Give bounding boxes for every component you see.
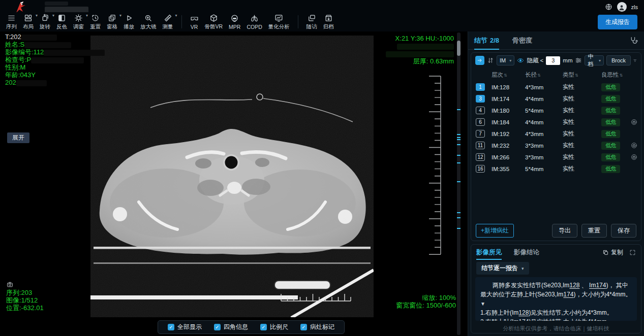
nodule-row[interactable]: 7IM:1924*3mm实性低危× [471,128,641,140]
fullscreen-icon[interactable] [629,249,636,256]
checkbox-checked-icon[interactable]: ✓ [300,324,307,330]
nodule-size: 5*4mm [525,166,563,172]
slice-scrollbar[interactable] [457,32,461,335]
patient-age: 年龄:043Y [5,71,105,79]
username[interactable]: zls [631,4,638,10]
toolbar-sequence[interactable]: 序列 [3,14,20,30]
save-button[interactable]: 保存 [611,224,636,238]
collapse-caret-icon[interactable]: ▼ [480,301,485,307]
col-type[interactable]: 类型⇅ [563,71,601,79]
nodule-index-badge: 3 [476,95,485,103]
toolbar-mpr[interactable]: MPR [226,14,243,30]
nodule-size: 3*3mm [525,143,563,149]
report-image-link[interactable]: 174 [563,291,573,298]
toolbar-vr[interactable]: VR [187,14,202,30]
export-button[interactable]: 导出 [552,224,577,238]
globe-icon[interactable] [605,3,612,11]
nodule-slice-marker[interactable] [457,181,461,182]
hide-threshold-input[interactable] [546,56,560,65]
toolbar-play[interactable]: 播放 [120,14,137,30]
nodule-layer: IM:266 [492,154,525,160]
toolbar-magnifier[interactable]: 放大镜 [137,14,160,30]
ct-image[interactable] [90,36,374,317]
report-text: 1.右肺上叶(Im [480,309,518,316]
toggle-四角信息[interactable]: ✓四角信息 [214,323,248,331]
nodule-slice-marker[interactable] [457,137,461,138]
checkbox-checked-icon[interactable]: ✓ [214,324,221,330]
camera-icon[interactable] [6,281,14,288]
toolbar-window-level[interactable]: ▾调窗 [70,14,87,30]
nodule-type: 实性 [563,130,601,138]
nodule-row[interactable]: 11IM:2323*3mm实性低危× [471,140,641,151]
generate-report-button[interactable]: 生成报告 [598,15,637,29]
nodule-slice-marker[interactable] [457,217,461,218]
add-lesion-button[interactable]: +新增病灶 [476,224,514,238]
tab-nodule[interactable]: 结节2/8 [474,31,499,50]
ct-viewport[interactable]: T:202 姓名:S 影像编号:112 检查号:P 性别:M 年龄:043Y 2… [0,31,468,336]
brock-model-button[interactable]: Brock [606,55,631,65]
vr-icon [190,14,199,23]
nodule-count: 2/8 [490,37,499,44]
eye-icon[interactable] [517,57,524,64]
nodule-slice-marker[interactable] [457,144,461,145]
nodule-row[interactable]: 3IM:1744*4mm实性低危× [471,93,641,105]
tab-bone-density[interactable]: 骨密度 [512,31,532,50]
filter-icon[interactable] [633,57,637,64]
nodule-row[interactable]: 6IM:1844*4mm实性低危× [471,116,641,128]
toggle-病灶标记[interactable]: ✓病灶标记 [300,323,334,331]
toolbar-layout[interactable]: ▾布局 [20,14,37,30]
sliders-icon[interactable] [575,57,582,64]
nodule-index-badge: 1 [476,83,485,91]
col-risk[interactable]: 良恶性⇅ [601,71,631,79]
report-text: )见实性结节,大小约为4*3mm。 [529,309,612,316]
tab-findings[interactable]: 影像所见 [476,245,502,260]
col-size[interactable]: 长径⇅ [525,71,563,79]
nodule-row[interactable]: 12IM:2663*3mm实性低危× [471,151,641,163]
report-image-link[interactable]: 128 [569,282,579,289]
toggle-比例尺[interactable]: ✓比例尺 [260,323,288,331]
toolbar-label: 调窗 [73,23,84,30]
mpr-icon [230,14,239,23]
checkbox-checked-icon[interactable]: ✓ [168,324,174,330]
col-layer[interactable]: 层次⇅ [492,71,525,79]
toolbar-label: 放大镜 [140,23,157,30]
slice-scrollbar-thumb[interactable] [457,41,461,56]
report-image-link[interactable]: Im174 [589,282,606,289]
nodule-slice-marker[interactable] [457,109,461,110]
nodule-row[interactable]: 16IM:3555*4mm实性低危× [471,163,641,175]
nodule-slice-marker[interactable] [457,155,461,156]
nodule-slice-marker[interactable] [457,139,461,140]
report-text-area[interactable]: 两肺多发实性结节(Se203,Im128 、 Im174)， 其中最大的位于左肺… [475,277,637,321]
toolbar-measure[interactable]: ▾测量 [160,14,176,30]
avatar[interactable] [617,2,627,12]
tab-conclusion[interactable]: 影像结论 [514,245,539,260]
series-select[interactable]: IM▾ [497,55,514,65]
locate-toggle[interactable] [475,56,484,65]
report-mode-select[interactable]: 结节逐一报告▾ [476,262,529,275]
risk-badge: 低危 [601,95,620,103]
report-image-link[interactable]: 128 [518,309,529,316]
toolbar-panes[interactable]: ▾窗格 [104,14,120,30]
reset-button[interactable]: 重置 [581,224,607,238]
toolbar-reset[interactable]: 重置 [87,14,104,30]
sort-icon[interactable] [487,57,494,64]
toggle-全部显示[interactable]: ✓全部显示 [168,323,202,331]
toolbar-quant-analysis[interactable]: 量化分析 [265,14,293,30]
toolbar-bone-vr[interactable]: 骨骼VR [202,14,226,30]
nodule-row[interactable]: 4IM:1805*4mm实性低危× [471,105,641,116]
checkbox-checked-icon[interactable]: ✓ [260,324,267,330]
nodule-slice-marker[interactable] [457,162,461,163]
nodule-row[interactable]: 1IM:1284*3mm实性低危× [471,81,641,93]
stethoscope-icon[interactable] [629,36,638,45]
grade-select[interactable]: 中档▾ [585,55,604,65]
nodule-slice-marker[interactable] [457,212,461,213]
nodule-slice-marker[interactable] [457,134,461,135]
toolbar-invert[interactable]: 反色 [53,14,70,30]
copy-button[interactable]: 复制 [602,248,623,257]
toolbar-archive[interactable]: 归档 [320,14,337,30]
toolbar-copd[interactable]: COPD [243,14,265,30]
nodule-slice-marker[interactable] [457,228,461,229]
toolbar-followup[interactable]: 随访 [303,14,320,30]
expand-button[interactable]: 展开 [7,132,29,143]
toolbar-rotate[interactable]: ▾旋转 [37,14,53,30]
